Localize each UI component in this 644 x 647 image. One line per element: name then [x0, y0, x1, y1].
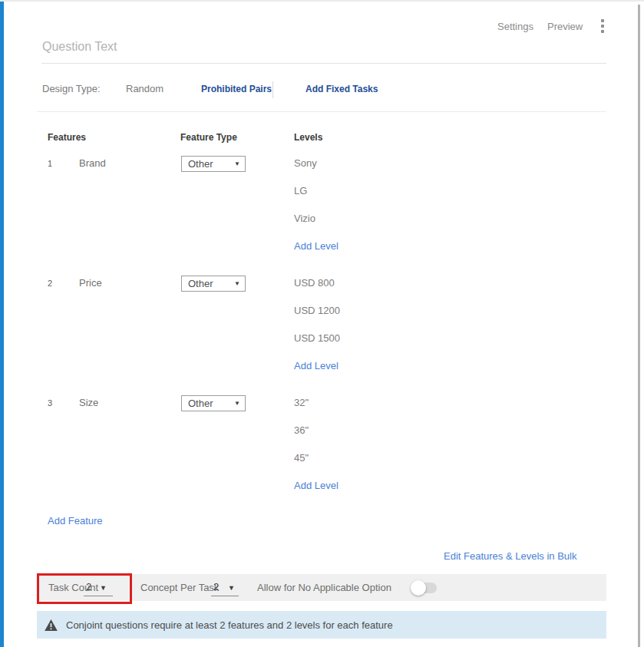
feature-type-selected-value: Other: [188, 398, 234, 409]
question-text-input[interactable]: Question Text: [42, 40, 117, 54]
toggle-knob: [411, 580, 426, 596]
add-level-holder: Add Level: [294, 236, 339, 264]
level-item[interactable]: USD 800: [294, 273, 340, 301]
add-feature-link[interactable]: Add Feature: [48, 515, 103, 527]
task-count-value[interactable]: 2: [86, 581, 91, 593]
selected-question-accent: [0, 2, 4, 647]
dropdown-arrow-icon[interactable]: ▼: [100, 584, 107, 592]
feature-type-select[interactable]: Other ▼: [181, 395, 246, 411]
level-item[interactable]: Vizio: [294, 209, 317, 236]
chevron-down-icon: ▼: [234, 280, 240, 287]
level-item[interactable]: 45": [294, 448, 309, 476]
level-item[interactable]: USD 1200: [294, 301, 340, 328]
feature-name-input[interactable]: Size: [79, 397, 98, 408]
concept-per-task-underline: [211, 596, 239, 596]
header-actions: Settings Preview: [497, 18, 606, 35]
level-item[interactable]: Sony: [294, 153, 317, 181]
task-count-underline: [84, 596, 113, 596]
levels-list: USD 800 USD 1200 USD 1500: [294, 273, 340, 356]
feature-number: 2: [48, 279, 52, 288]
feature-type-column-header: Feature Type: [180, 132, 237, 143]
feature-name-input[interactable]: Brand: [79, 157, 106, 169]
preview-button[interactable]: Preview: [547, 21, 583, 32]
edit-features-levels-bulk-link[interactable]: Edit Features & Levels in Bulk: [444, 550, 576, 562]
feature-name-input[interactable]: Price: [79, 277, 102, 289]
feature-type-selected-value: Other: [188, 158, 234, 170]
add-level-link[interactable]: Add Level: [294, 236, 339, 264]
panel-top-border: [0, 0, 644, 2]
levels-column-header: Levels: [294, 132, 322, 143]
no-applicable-toggle[interactable]: [412, 583, 437, 593]
design-type-row: Design Type: Random Prohibited Pairs Add…: [0, 83, 644, 98]
add-level-link[interactable]: Add Level: [294, 476, 339, 503]
levels-list: Sony LG Vizio: [294, 153, 317, 236]
add-level-holder: Add Level: [294, 356, 339, 384]
concept-per-task-label: Concept Per Task: [140, 582, 219, 593]
feature-row: 1 Brand Other ▼ Sony LG Vizio Add Lev: [37, 153, 606, 273]
question-text-underline: [41, 63, 606, 64]
feature-row: 3 Size Other ▼ 32" 36" 45" Add Level: [37, 393, 606, 513]
features-column-header: Features: [48, 132, 86, 143]
no-applicable-option-label: Allow for No Applicable Option: [257, 582, 391, 593]
conjoint-controls-bar: Task Count 2 ▼ Concept Per Task 2 ▼ Allo…: [37, 574, 606, 601]
feature-number: 3: [48, 398, 52, 408]
feature-type-select[interactable]: Other ▼: [181, 156, 246, 172]
validation-warning-bar: Conjoint questions require at least 2 fe…: [37, 611, 606, 639]
dropdown-arrow-icon[interactable]: ▼: [228, 584, 235, 592]
section-divider: [37, 111, 606, 112]
feature-type-selected-value: Other: [188, 278, 234, 289]
level-item[interactable]: 36": [294, 421, 309, 448]
feature-type-select[interactable]: Other ▼: [181, 276, 246, 292]
feature-number: 1: [48, 159, 52, 168]
chevron-down-icon: ▼: [234, 160, 240, 167]
concept-per-task-value[interactable]: 2: [213, 581, 219, 593]
prohibited-pairs-button[interactable]: Prohibited Pairs: [201, 84, 272, 94]
kebab-menu-icon[interactable]: [599, 18, 606, 35]
add-level-link[interactable]: Add Level: [294, 356, 339, 384]
level-item[interactable]: USD 1500: [294, 328, 340, 356]
panel-right-border: [638, 5, 640, 647]
design-type-value[interactable]: Random: [126, 83, 163, 94]
add-fixed-tasks-button[interactable]: Add Fixed Tasks: [305, 84, 378, 94]
conjoint-question-editor: Settings Preview Question Text Design Ty…: [0, 0, 644, 647]
vertical-divider: [272, 81, 273, 98]
warning-message: Conjoint questions require at least 2 fe…: [66, 619, 393, 631]
design-type-label: Design Type:: [42, 83, 101, 94]
features-list: 1 Brand Other ▼ Sony LG Vizio Add Lev: [37, 153, 606, 513]
add-level-holder: Add Level: [294, 476, 339, 503]
levels-list: 32" 36" 45": [294, 393, 309, 476]
warning-triangle-icon: [45, 619, 58, 631]
level-item[interactable]: 32": [294, 393, 309, 421]
level-item[interactable]: LG: [294, 181, 317, 209]
feature-row: 2 Price Other ▼ USD 800 USD 1200 USD 150…: [37, 273, 606, 393]
chevron-down-icon: ▼: [234, 400, 240, 407]
settings-button[interactable]: Settings: [497, 21, 533, 32]
